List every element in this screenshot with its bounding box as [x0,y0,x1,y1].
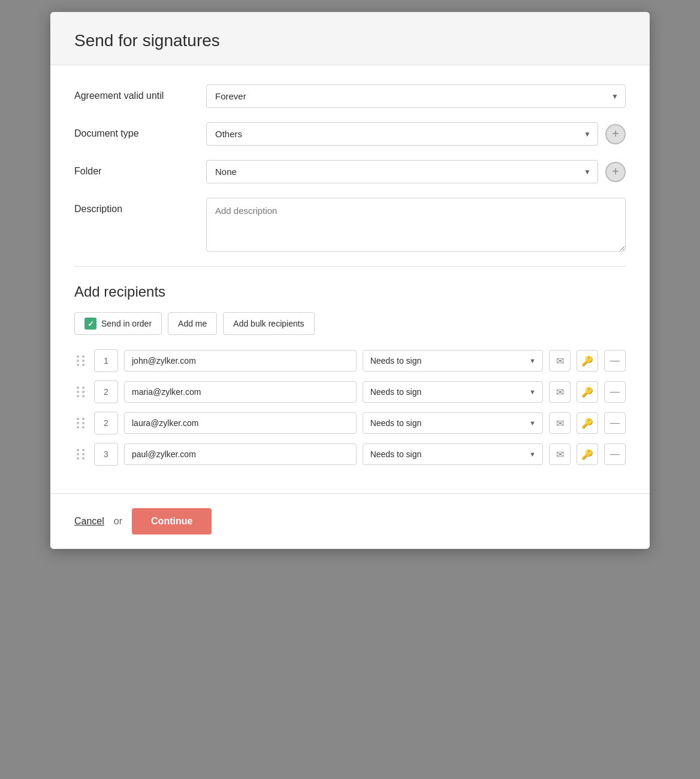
document-type-select-wrapper: Others Contract NDA Invoice ▼ [206,122,598,146]
folder-add-button[interactable]: + [605,162,626,182]
document-type-add-button[interactable]: + [605,124,626,144]
description-row: Description [74,198,626,252]
drag-handle[interactable] [74,415,88,431]
recipient-email-input[interactable] [124,350,357,372]
recipient-role-select[interactable]: Needs to sign Receives a copy Approver [363,350,543,372]
recipient-remove-button[interactable]: — [604,381,626,403]
send-in-order-checkbox-icon [85,318,96,330]
drag-handle[interactable] [74,353,88,369]
folder-label: Folder [74,160,206,177]
recipient-role-select[interactable]: Needs to sign Receives a copy Approver [363,381,543,403]
recipient-number: 1 [94,349,118,372]
recipients-title: Add recipients [74,283,626,300]
section-divider [74,266,626,267]
table-row: 2 Needs to sign Receives a copy Approver… [74,381,626,403]
recipient-key-icon-button[interactable]: 🔑 [577,350,598,372]
recipient-role-select[interactable]: Needs to sign Receives a copy Approver [363,412,543,434]
modal-footer: Cancel or Continue [50,493,650,549]
recipient-remove-button[interactable]: — [604,412,626,434]
description-control [206,198,626,252]
cancel-button[interactable]: Cancel [74,516,104,527]
recipient-email-icon-button[interactable]: ✉ [549,412,571,434]
folder-row: Folder None Contracts HR Finance ▼ + [74,160,626,183]
add-me-button[interactable]: Add me [168,312,217,335]
agreement-select[interactable]: Forever 1 year 2 years Custom [206,84,626,108]
drag-handle[interactable] [74,446,88,462]
description-input[interactable] [206,198,626,252]
continue-button[interactable]: Continue [132,508,212,535]
recipient-remove-button[interactable]: — [604,350,626,372]
document-type-control: Others Contract NDA Invoice ▼ + [206,122,626,146]
recipient-role-select[interactable]: Needs to sign Receives a copy Approver [363,443,543,465]
recipient-role-wrapper: Needs to sign Receives a copy Approver ▼ [363,350,543,372]
document-type-label: Document type [74,122,206,139]
folder-select-wrapper: None Contracts HR Finance ▼ [206,160,598,183]
drag-handle[interactable] [74,384,88,400]
agreement-select-wrapper: Forever 1 year 2 years Custom ▼ [206,84,626,108]
recipient-email-input[interactable] [124,412,357,434]
recipient-email-input[interactable] [124,443,357,465]
document-type-row: Document type Others Contract NDA Invoic… [74,122,626,146]
document-type-select[interactable]: Others Contract NDA Invoice [206,122,598,146]
recipient-list: 1 Needs to sign Receives a copy Approver… [74,349,626,466]
recipient-email-input[interactable] [124,381,357,403]
recipient-email-icon-button[interactable]: ✉ [549,350,571,372]
modal-body: Agreement valid until Forever 1 year 2 y… [50,65,650,493]
send-in-order-label: Send in order [101,319,152,328]
description-label: Description [74,198,206,215]
recipient-role-wrapper: Needs to sign Receives a copy Approver ▼ [363,443,543,465]
recipient-number: 3 [94,443,118,466]
folder-select[interactable]: None Contracts HR Finance [206,160,598,183]
send-in-order-button[interactable]: Send in order [74,312,162,335]
recipient-email-icon-button[interactable]: ✉ [549,443,571,465]
recipients-actions: Send in order Add me Add bulk recipients [74,312,626,335]
recipients-section: Add recipients Send in order Add me Add … [74,283,626,466]
modal-header: Send for signatures [50,12,650,65]
recipient-role-wrapper: Needs to sign Receives a copy Approver ▼ [363,381,543,403]
table-row: 1 Needs to sign Receives a copy Approver… [74,349,626,372]
or-text: or [114,516,122,527]
table-row: 3 Needs to sign Receives a copy Approver… [74,443,626,466]
recipient-number: 2 [94,412,118,434]
agreement-control: Forever 1 year 2 years Custom ▼ [206,84,626,108]
add-bulk-recipients-button[interactable]: Add bulk recipients [223,312,314,335]
recipient-remove-button[interactable]: — [604,443,626,465]
agreement-label: Agreement valid until [74,84,206,101]
recipient-email-icon-button[interactable]: ✉ [549,381,571,403]
recipient-role-wrapper: Needs to sign Receives a copy Approver ▼ [363,412,543,434]
recipient-key-icon-button[interactable]: 🔑 [577,381,598,403]
recipient-key-icon-button[interactable]: 🔑 [577,412,598,434]
modal-title: Send for signatures [74,31,626,50]
modal: Send for signatures Agreement valid unti… [50,12,650,549]
recipient-number: 2 [94,381,118,403]
table-row: 2 Needs to sign Receives a copy Approver… [74,412,626,434]
agreement-row: Agreement valid until Forever 1 year 2 y… [74,84,626,108]
folder-control: None Contracts HR Finance ▼ + [206,160,626,183]
recipient-key-icon-button[interactable]: 🔑 [577,443,598,465]
